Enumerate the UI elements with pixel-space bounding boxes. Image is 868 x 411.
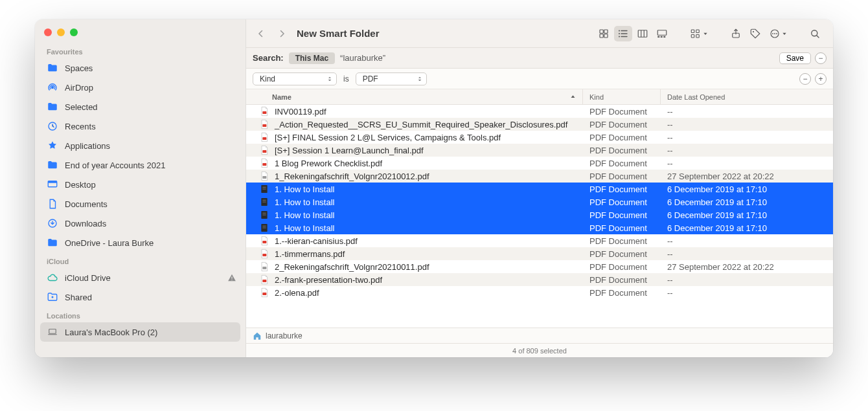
file-kind: PDF Document xyxy=(583,275,661,285)
add-criteria-button[interactable]: + xyxy=(815,73,827,85)
sidebar-item-label: Applications xyxy=(65,141,110,151)
icon-view-button[interactable] xyxy=(595,26,613,41)
warning-icon xyxy=(227,273,236,282)
file-kind: PDF Document xyxy=(583,120,661,129)
criteria-attribute-popup[interactable]: Kind xyxy=(253,72,337,85)
file-icon xyxy=(259,210,269,220)
file-name: [S+] FINAL Session 2 L@L Services, Campa… xyxy=(275,133,501,142)
sidebar-item[interactable]: Recents xyxy=(35,117,246,136)
file-icon xyxy=(259,106,269,117)
file-kind: PDF Document xyxy=(583,262,661,272)
file-kind: PDF Document xyxy=(583,133,661,142)
nav-back-button[interactable] xyxy=(253,25,269,42)
scope-this-mac[interactable]: This Mac xyxy=(289,52,335,64)
home-icon xyxy=(253,331,262,340)
sidebar-item[interactable]: Desktop xyxy=(35,175,246,194)
file-date-opened: -- xyxy=(661,107,833,117)
file-name: INV00119.pdf xyxy=(275,107,326,117)
minimize-window-button[interactable] xyxy=(57,28,65,36)
selection-status: 4 of 809 selected xyxy=(512,347,567,355)
file-kind: PDF Document xyxy=(583,107,661,117)
column-header-kind[interactable]: Kind xyxy=(583,89,661,104)
file-date-opened: -- xyxy=(661,249,833,259)
file-name: 2.-frank-presentation-two.pdf xyxy=(275,275,382,285)
sidebar-item[interactable]: Laura's MacBook Pro (2) xyxy=(40,322,240,342)
criteria-value-popup[interactable]: PDF xyxy=(356,72,427,85)
file-icon xyxy=(259,236,269,246)
sidebar-item[interactable]: Spaces xyxy=(35,58,246,78)
remove-scope-button[interactable]: − xyxy=(815,52,827,64)
table-row[interactable]: 1. How to InstallPDF Document6 December … xyxy=(246,195,833,208)
sidebar-item-label: OneDrive - Laura Burke xyxy=(65,238,154,248)
sidebar-item[interactable]: Downloads xyxy=(35,214,246,233)
desktop-icon xyxy=(47,179,58,190)
scope-user-folder[interactable]: “lauraburke” xyxy=(340,53,385,63)
column-view-button[interactable] xyxy=(634,26,652,41)
file-kind: PDF Document xyxy=(583,146,661,155)
sidebar-item[interactable]: OneDrive - Laura Burke xyxy=(35,233,246,252)
table-row[interactable]: 1.-timmermans.pdfPDF Document-- xyxy=(246,247,833,260)
sidebar-item[interactable]: End of year Accounts 2021 xyxy=(35,155,246,175)
file-icon xyxy=(259,287,269,298)
nav-forward-button[interactable] xyxy=(273,25,290,42)
group-by-button[interactable] xyxy=(687,26,711,41)
table-row[interactable]: [S+] FINAL Session 2 L@L Services, Campa… xyxy=(246,131,833,144)
tags-button[interactable] xyxy=(746,26,764,41)
apps-icon xyxy=(47,140,58,151)
table-row[interactable]: 1. How to InstallPDF Document6 December … xyxy=(246,183,833,195)
sidebar-item-label: Recents xyxy=(65,122,96,131)
airdrop-icon xyxy=(47,82,58,93)
status-bar: 4 of 809 selected xyxy=(246,343,833,357)
gallery-view-button[interactable] xyxy=(653,26,671,41)
file-date-opened: -- xyxy=(661,133,833,142)
window-title: New Smart Folder xyxy=(297,28,380,39)
more-actions-button[interactable] xyxy=(766,26,790,41)
file-kind: PDF Document xyxy=(583,184,661,194)
table-row[interactable]: 1 Blog Prework Checklist.pdfPDF Document… xyxy=(246,157,833,170)
file-kind: PDF Document xyxy=(583,288,661,298)
sidebar-item[interactable]: AirDrop xyxy=(35,78,246,97)
sidebar-item-label: Desktop xyxy=(65,180,96,190)
sidebar-item[interactable]: Documents xyxy=(35,194,246,214)
sidebar-item[interactable]: iCloud Drive xyxy=(35,268,246,287)
column-header-date[interactable]: Date Last Opened xyxy=(661,89,833,104)
file-date-opened: -- xyxy=(661,159,833,168)
table-row[interactable]: 2.-frank-presentation-two.pdfPDF Documen… xyxy=(246,273,833,286)
file-icon xyxy=(259,261,269,272)
sidebar-item-label: Downloads xyxy=(65,219,106,228)
sidebar-item[interactable]: Applications xyxy=(35,136,246,155)
file-name: 1. How to Install xyxy=(275,210,335,220)
window-controls xyxy=(35,26,246,43)
search-button[interactable] xyxy=(806,26,824,41)
save-search-button[interactable]: Save xyxy=(779,52,811,64)
sidebar-item-label: End of year Accounts 2021 xyxy=(65,161,165,170)
path-bar: lauraburke xyxy=(246,328,833,343)
column-header-name[interactable]: Name xyxy=(246,89,583,104)
table-row[interactable]: 2_Rekeningafschrift_Volgnr20210011.pdfPD… xyxy=(246,260,833,273)
file-date-opened: 6 December 2019 at 17:10 xyxy=(661,184,833,194)
file-kind: PDF Document xyxy=(583,159,661,168)
path-location[interactable]: lauraburke xyxy=(266,331,303,340)
laptop-icon xyxy=(47,326,58,338)
table-row[interactable]: 1.--kieran-canisius.pdfPDF Document-- xyxy=(246,234,833,247)
table-row[interactable]: INV00119.pdfPDF Document-- xyxy=(246,105,833,118)
sidebar-item[interactable]: Selected xyxy=(35,97,246,117)
list-view-button[interactable] xyxy=(614,26,632,41)
share-button[interactable] xyxy=(727,26,745,41)
file-icon xyxy=(259,197,269,207)
file-date-opened: -- xyxy=(661,275,833,285)
sidebar-item[interactable]: Shared xyxy=(35,287,246,307)
table-row[interactable]: 1_Rekeningafschrift_Volgnr20210012.pdfPD… xyxy=(246,170,833,183)
table-row[interactable]: 1. How to InstallPDF Document6 December … xyxy=(246,221,833,234)
close-window-button[interactable] xyxy=(44,28,52,36)
table-row[interactable]: _Action_Requested__SCRS_EU_Summit_Requir… xyxy=(246,118,833,131)
file-date-opened: -- xyxy=(661,288,833,298)
file-name: _Action_Requested__SCRS_EU_Summit_Requir… xyxy=(275,120,567,129)
file-kind: PDF Document xyxy=(583,210,661,220)
table-row[interactable]: [S+] Session 1 Learn@Launch_final.pdfPDF… xyxy=(246,144,833,157)
zoom-window-button[interactable] xyxy=(70,28,78,36)
table-row[interactable]: 1. How to InstallPDF Document6 December … xyxy=(246,208,833,221)
sidebar-section-label: Locations xyxy=(35,307,246,322)
remove-criteria-button[interactable]: − xyxy=(799,73,811,85)
table-row[interactable]: 2.-olena.pdfPDF Document-- xyxy=(246,286,833,299)
